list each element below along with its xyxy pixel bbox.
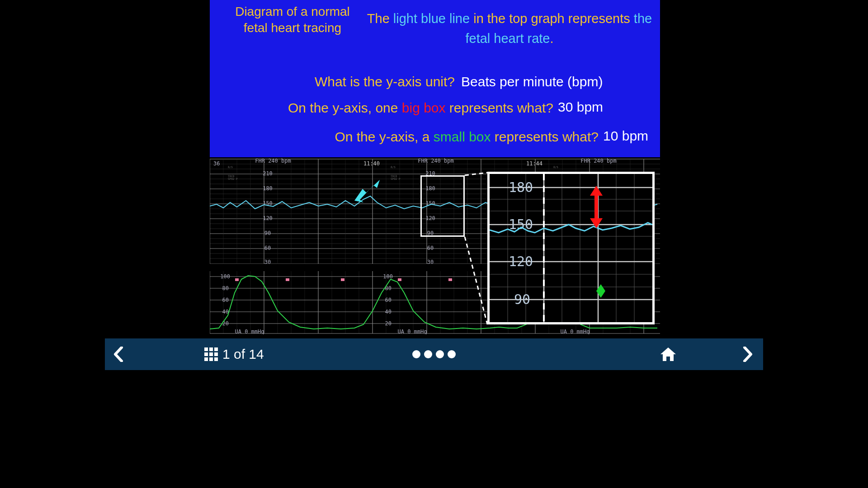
svg-text:80: 80 <box>222 285 229 291</box>
svg-text:60: 60 <box>222 297 229 303</box>
svg-text:60: 60 <box>385 297 392 303</box>
svg-marker-166 <box>590 186 603 228</box>
q3-highlight: small box <box>434 129 491 144</box>
desc-text: The <box>367 11 393 26</box>
answer-2: 30 bpm <box>558 99 648 115</box>
home-button[interactable] <box>655 341 682 368</box>
answer-1: Beats per minute (bpm) <box>461 74 656 89</box>
svg-rect-137 <box>341 278 344 281</box>
svg-text:FHR 240 bpm: FHR 240 bpm <box>255 158 291 164</box>
question-3: On the y-axis, a small box represents wh… <box>219 129 599 145</box>
svg-text:120: 120 <box>509 253 533 269</box>
desc-highlight-1: light blue line <box>393 11 470 26</box>
svg-rect-139 <box>448 278 452 281</box>
q2-highlight: big box <box>402 100 446 115</box>
svg-marker-167 <box>596 284 605 298</box>
desc-text: . <box>550 31 553 46</box>
svg-text:90: 90 <box>514 291 530 307</box>
svg-text:100: 100 <box>383 273 393 280</box>
svg-text:36: 36 <box>213 160 220 167</box>
fetal-tracing-chart: 36 FHR 240 bpm FHR 240 bpm FHR 240 bpm 1… <box>210 157 660 334</box>
answer-3: 10 bpm <box>603 128 693 144</box>
question-2: On the y-axis, one big box represents wh… <box>219 100 553 116</box>
svg-marker-168 <box>354 180 380 202</box>
svg-text:FHR 240 bpm: FHR 240 bpm <box>580 158 616 164</box>
slide-title: Diagram of a normal fetal heart tracing <box>231 4 354 37</box>
fhr-pointer-arrow-icon <box>354 180 381 202</box>
question-1: What is the y-axis unit? <box>224 74 455 89</box>
svg-text:11:44: 11:44 <box>526 160 542 167</box>
svg-text:SPO2 P: SPO2 P <box>391 177 401 180</box>
svg-text:40: 40 <box>385 309 392 315</box>
svg-text:100: 100 <box>220 273 230 280</box>
grid-icon <box>204 347 218 361</box>
q2-pre: On the y-axis, one <box>288 100 402 115</box>
dot-icon <box>448 350 456 358</box>
svg-text:210: 210 <box>263 170 273 177</box>
page-label: 1 of 14 <box>222 347 264 362</box>
svg-rect-136 <box>286 278 289 281</box>
svg-text:SPO2 P: SPO2 P <box>228 177 238 180</box>
footer-nav: 1 of 14 <box>105 338 763 370</box>
big-box-arrow-icon <box>588 186 604 228</box>
desc-text: in the top graph represents <box>470 11 634 26</box>
svg-text:UA 0 mmHg: UA 0 mmHg <box>560 328 590 334</box>
svg-text:11:40: 11:40 <box>363 160 380 167</box>
progress-dots[interactable] <box>412 350 456 358</box>
q2-post: represents what? <box>446 100 553 115</box>
svg-text:8/5: 8/5 <box>391 165 396 169</box>
inset-zoom-svg: 180 150 120 90 <box>490 174 652 322</box>
q3-post: represents what? <box>491 129 599 144</box>
prev-button[interactable] <box>105 341 132 368</box>
fhr-description: The light blue line in the top graph rep… <box>363 9 656 48</box>
svg-text:150: 150 <box>509 216 533 232</box>
inset-source-box <box>420 175 465 237</box>
svg-text:UA 0 mmHg: UA 0 mmHg <box>235 328 264 334</box>
dot-icon <box>424 350 432 358</box>
svg-text:180: 180 <box>509 179 533 195</box>
svg-text:60: 60 <box>427 245 434 251</box>
svg-rect-135 <box>235 278 239 281</box>
q3-pre: On the y-axis, a <box>335 129 433 144</box>
chevron-right-icon <box>743 347 753 362</box>
svg-text:180: 180 <box>263 185 273 192</box>
svg-text:60: 60 <box>264 245 271 251</box>
next-button[interactable] <box>734 341 761 368</box>
svg-text:8/5: 8/5 <box>553 165 558 169</box>
chevron-left-icon <box>113 347 123 362</box>
viewer-stage: Diagram of a normal fetal heart tracing … <box>105 0 763 370</box>
dot-icon <box>436 350 444 358</box>
home-icon <box>660 347 677 362</box>
svg-text:120: 120 <box>263 215 273 221</box>
svg-text:8/5: 8/5 <box>228 165 233 169</box>
small-box-arrow-icon <box>595 284 606 298</box>
svg-text:90: 90 <box>264 230 271 236</box>
svg-text:FHR 240 bpm: FHR 240 bpm <box>418 158 453 164</box>
svg-text:40: 40 <box>222 309 229 315</box>
inset-zoom-box: 180 150 120 90 <box>487 172 655 324</box>
svg-rect-138 <box>398 278 401 281</box>
page-indicator[interactable]: 1 of 14 <box>204 347 264 362</box>
header-panel: Diagram of a normal fetal heart tracing … <box>210 0 660 157</box>
svg-text:20: 20 <box>385 320 392 327</box>
svg-text:UA 0 mmHg: UA 0 mmHg <box>397 328 427 334</box>
dot-icon <box>412 350 420 358</box>
